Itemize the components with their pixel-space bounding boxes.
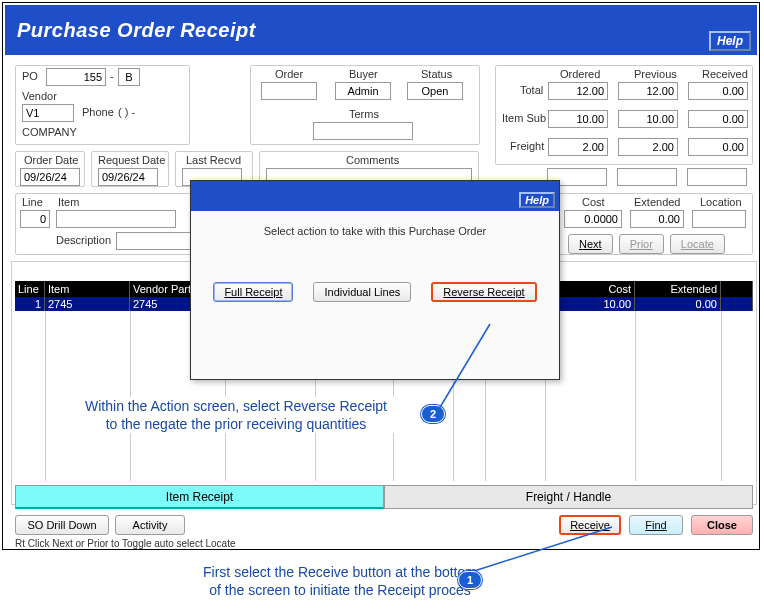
previous-header: Previous (634, 68, 677, 80)
extended-header: Extended (634, 196, 680, 208)
td-last (721, 297, 753, 311)
company-name: COMPANY (22, 126, 77, 138)
modal-help-button[interactable]: Help (519, 192, 555, 208)
phone-value: ( ) - (118, 106, 135, 118)
total-ordered: 12.00 (548, 82, 608, 100)
order-input[interactable] (261, 82, 317, 100)
cost-input[interactable]: 0.0000 (564, 210, 622, 228)
line-label: Line (22, 196, 43, 208)
itemsub-previous: 10.00 (618, 110, 678, 128)
modal-title-bar: Help (191, 181, 559, 211)
next-button[interactable]: Next (568, 234, 613, 254)
window-title: Purchase Order Receipt (17, 19, 256, 42)
reverse-receipt-button[interactable]: Reverse Receipt (431, 282, 536, 302)
title-bar: Purchase Order Receipt Help (5, 5, 757, 55)
itemsub-label: Item Sub (502, 112, 546, 124)
ordered-header: Ordered (560, 68, 600, 80)
itemsub-received: 0.00 (688, 110, 748, 128)
order-date-label: Order Date (24, 154, 78, 166)
request-date-input[interactable]: 09/26/24 (98, 168, 158, 186)
total-label: Total (520, 84, 543, 96)
ext-received-2 (687, 168, 747, 186)
prior-button[interactable]: Prior (619, 234, 664, 254)
td-item: 2745 (45, 297, 130, 311)
close-button[interactable]: Close (691, 515, 753, 535)
po-number-input[interactable]: 155 (46, 68, 106, 86)
locate-button[interactable]: Locate (670, 234, 725, 254)
hint-text: Rt Click Next or Prior to Toggle auto se… (15, 538, 753, 549)
total-received: 0.00 (688, 82, 748, 100)
description-label: Description (56, 234, 111, 246)
vendor-label: Vendor (22, 90, 57, 102)
tab-item-receipt[interactable]: Item Receipt (15, 485, 384, 509)
order-label: Order (275, 68, 303, 80)
po-vendor-box: PO 155 - B Vendor V1 Phone ( ) - COMPANY (15, 65, 190, 145)
location-header: Location (700, 196, 742, 208)
help-button[interactable]: Help (709, 31, 751, 51)
th-line: Line (15, 281, 45, 297)
request-date-label: Request Date (98, 154, 165, 166)
callout-1-badge: 1 (458, 571, 482, 589)
order-date-box: Order Date 09/26/24 (15, 151, 85, 187)
item-label: Item (58, 196, 79, 208)
find-button[interactable]: Find (629, 515, 683, 535)
modal-buttons: Full Receipt Individual Lines Reverse Re… (191, 282, 559, 302)
last-recvd-label: Last Recvd (186, 154, 241, 166)
callout-1-text: First select the Receive button at the b… (200, 563, 480, 599)
phone-label: Phone (82, 106, 114, 118)
status-input[interactable]: Open (407, 82, 463, 100)
line-input[interactable]: 0 (20, 210, 50, 228)
itemsub-ordered: 10.00 (548, 110, 608, 128)
po-label: PO (22, 70, 38, 82)
po-suffix-input[interactable]: B (118, 68, 140, 86)
comments-label: Comments (346, 154, 399, 166)
request-date-box: Request Date 09/26/24 (91, 151, 169, 187)
received-header: Received (702, 68, 748, 80)
td-extended: 0.00 (635, 297, 721, 311)
tab-freight-handle[interactable]: Freight / Handle (384, 485, 753, 509)
th-last (721, 281, 753, 297)
freight-ordered: 2.00 (548, 138, 608, 156)
buyer-label: Buyer (349, 68, 378, 80)
th-extended: Extended (635, 281, 721, 297)
bottom-bar: SO Drill Down Activity Rt Click Next or … (15, 515, 753, 549)
order-date-input[interactable]: 09/26/24 (20, 168, 80, 186)
cost-header: Cost (582, 196, 605, 208)
freight-received: 0.00 (688, 138, 748, 156)
callout-2-text: Within the Action screen, select Reverse… (51, 397, 421, 433)
vendor-code-input[interactable]: V1 (22, 104, 74, 122)
callout-2-badge: 2 (421, 405, 445, 423)
activity-button[interactable]: Activity (115, 515, 185, 535)
freight-label: Freight (510, 140, 544, 152)
modal-text: Select action to take with this Purchase… (191, 225, 559, 237)
buyer-input[interactable]: Admin (335, 82, 391, 100)
individual-lines-button[interactable]: Individual Lines (313, 282, 411, 302)
item-input[interactable] (56, 210, 176, 228)
terms-input[interactable] (313, 122, 413, 140)
so-drill-down-button[interactable]: SO Drill Down (15, 515, 109, 535)
terms-label: Terms (349, 108, 379, 120)
location-input[interactable] (692, 210, 746, 228)
freight-previous: 2.00 (618, 138, 678, 156)
po-dash: - (110, 70, 114, 82)
td-line: 1 (15, 297, 45, 311)
tab-row: Item Receipt Freight / Handle (15, 485, 753, 509)
extended-input[interactable]: 0.00 (630, 210, 684, 228)
status-label: Status (421, 68, 452, 80)
order-box: Order Buyer Admin Status Open Terms (250, 65, 480, 145)
totals-box: Ordered Previous Received Total 12.00 12… (495, 65, 753, 165)
full-receipt-button[interactable]: Full Receipt (213, 282, 293, 302)
ext-previous-2 (617, 168, 677, 186)
action-modal: Help Select action to take with this Pur… (190, 180, 560, 380)
total-previous: 12.00 (618, 82, 678, 100)
th-item: Item (45, 281, 130, 297)
receive-button[interactable]: Receive (559, 515, 621, 535)
